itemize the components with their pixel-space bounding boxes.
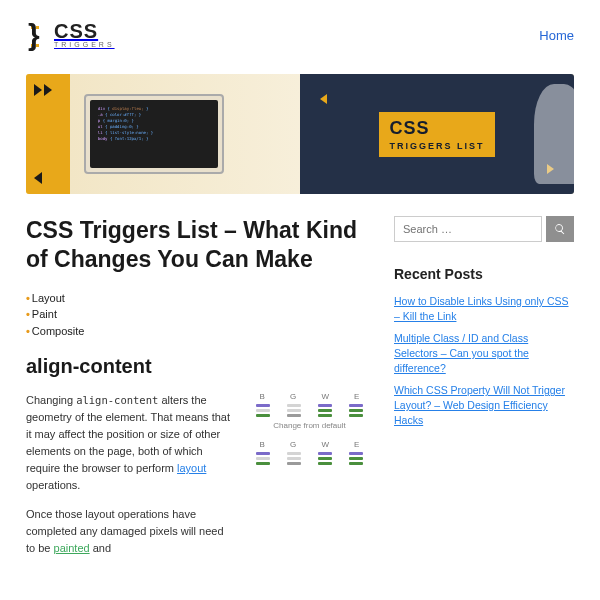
search-form bbox=[394, 216, 574, 242]
page-title: CSS Triggers List – What Kind of Changes… bbox=[26, 216, 372, 274]
sidebar: Recent Posts How to Disable Links Using … bbox=[394, 216, 574, 569]
recent-post-link[interactable]: Multiple Class / ID and Class Selectors … bbox=[394, 332, 529, 373]
hero-badge: CSS TRIGGERS LIST bbox=[379, 112, 494, 157]
laptop-icon: div { display:flex; } .a { color:#fff; }… bbox=[84, 94, 224, 174]
logo-text: CSS TRIGGERS bbox=[54, 22, 115, 48]
hero-photo: div { display:flex; } .a { color:#fff; }… bbox=[70, 74, 300, 194]
bullet-list: •Layout •Paint •Composite bbox=[26, 290, 372, 340]
hero-badge-sub: TRIGGERS LIST bbox=[389, 141, 484, 151]
hero-accent-left bbox=[26, 74, 70, 194]
nav-home[interactable]: Home bbox=[539, 28, 574, 43]
engine-col-b: B bbox=[260, 392, 265, 401]
article-main: CSS Triggers List – What Kind of Changes… bbox=[26, 216, 372, 569]
recent-post-item: Which CSS Property Will Not Trigger Layo… bbox=[394, 383, 574, 427]
logo-text-big: CSS bbox=[54, 22, 115, 40]
paragraph-1: Changing align-content alters the geomet… bbox=[26, 392, 233, 494]
engine-col-w: W bbox=[321, 392, 329, 401]
paragraph-2: Once those layout operations have comple… bbox=[26, 506, 233, 557]
site-header: } CSS TRIGGERS Home bbox=[0, 0, 600, 74]
person-silhouette-icon bbox=[534, 84, 574, 184]
triangle-left-icon bbox=[320, 94, 327, 104]
link-painted[interactable]: painted bbox=[54, 542, 90, 554]
section-heading: align-content bbox=[26, 355, 372, 378]
engine-caption: Change from default bbox=[247, 421, 372, 430]
recent-post-link[interactable]: How to Disable Links Using only CSS – Ki… bbox=[394, 295, 569, 322]
engine-block-subsequent: B G W E bbox=[247, 440, 372, 465]
recent-posts-widget: Recent Posts How to Disable Links Using … bbox=[394, 266, 574, 428]
recent-post-link[interactable]: Which CSS Property Will Not Trigger Layo… bbox=[394, 384, 565, 425]
code-align-content: align-content bbox=[76, 394, 158, 406]
engine-block-default: B G W E Change from default bbox=[247, 392, 372, 430]
primary-nav: Home bbox=[539, 26, 574, 44]
logo[interactable]: } CSS TRIGGERS bbox=[26, 18, 115, 52]
search-icon bbox=[554, 223, 566, 235]
search-input[interactable] bbox=[394, 216, 542, 242]
logo-mark-icon: } bbox=[26, 18, 52, 52]
hero-title-panel: CSS TRIGGERS LIST bbox=[300, 74, 574, 194]
engine-col-e: E bbox=[354, 392, 359, 401]
article-body: Changing align-content alters the geomet… bbox=[26, 392, 233, 569]
recent-post-item: How to Disable Links Using only CSS – Ki… bbox=[394, 294, 574, 323]
link-layout[interactable]: layout bbox=[177, 462, 206, 474]
bullet-paint: •Paint bbox=[26, 306, 372, 323]
search-button[interactable] bbox=[546, 216, 574, 242]
hero-banner: div { display:flex; } .a { color:#fff; }… bbox=[26, 74, 574, 194]
engine-col-g: G bbox=[290, 392, 296, 401]
logo-text-small: TRIGGERS bbox=[54, 42, 115, 48]
hero-badge-main: CSS bbox=[389, 118, 429, 138]
bullet-composite: •Composite bbox=[26, 323, 372, 340]
engine-matrix: B G W E Change from default bbox=[247, 392, 372, 475]
bullet-layout: •Layout bbox=[26, 290, 372, 307]
recent-post-item: Multiple Class / ID and Class Selectors … bbox=[394, 331, 574, 375]
recent-posts-heading: Recent Posts bbox=[394, 266, 574, 282]
